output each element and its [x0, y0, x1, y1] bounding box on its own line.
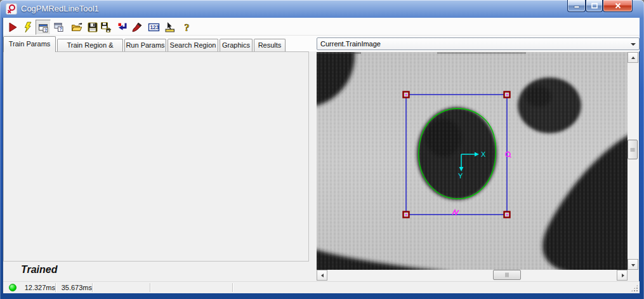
train-params-page — [3, 51, 309, 262]
combo-dropdown-icon — [631, 43, 636, 46]
pixel-ruler-button[interactable] — [162, 20, 176, 34]
image-selector-value: Current.TrainImage — [320, 38, 381, 50]
save-as-icon — [100, 22, 112, 33]
scroll-right-icon — [622, 274, 624, 277]
axis-x-label: X — [481, 150, 486, 158]
svg-text:?: ? — [44, 28, 47, 32]
window-title: CogPMRedLineTool1 — [21, 0, 99, 17]
live-run-button[interactable] — [21, 20, 35, 34]
status-separator — [232, 283, 233, 292]
show-results-button[interactable]: 123 — [147, 20, 161, 34]
image-selector-combo[interactable]: Current.TrainImage — [317, 37, 640, 50]
app-window: CogPMRedLineTool1 — [0, 0, 644, 299]
scroll-left-icon — [321, 274, 324, 277]
help-icon: ? — [181, 22, 193, 33]
status-separator — [150, 283, 150, 292]
tool-time: 12.327ms — [16, 284, 55, 291]
scroll-up-icon — [631, 56, 635, 59]
results-123-icon: 123 — [148, 22, 160, 33]
resize-grip[interactable] — [631, 285, 638, 291]
status-separator — [92, 283, 93, 292]
scroll-down-icon — [631, 264, 635, 267]
save-subtool-button[interactable] — [99, 20, 113, 34]
tab-train-params[interactable]: Train Params — [3, 36, 56, 52]
titlebar[interactable]: CogPMRedLineTool1 — [0, 0, 644, 18]
horizontal-scrollbar[interactable] — [317, 270, 628, 281]
scroll-right-button[interactable] — [617, 270, 628, 281]
lightning-icon — [22, 22, 34, 33]
svg-text:?: ? — [60, 27, 62, 31]
train-status-text: Trained — [21, 264, 58, 276]
status-separator — [55, 283, 56, 292]
save-floppy-icon — [87, 22, 98, 33]
app-icon — [6, 3, 17, 15]
axis-y-label: Y — [458, 172, 463, 180]
close-button[interactable] — [603, 0, 633, 12]
close-icon — [614, 3, 621, 9]
total-time: 35.673ms — [59, 284, 92, 291]
brush-icon — [131, 22, 143, 33]
maximize-button[interactable] — [586, 0, 603, 12]
train-image-display[interactable]: X Y — [317, 52, 628, 270]
maximize-icon — [591, 3, 598, 9]
window-params-icon: ? — [38, 22, 49, 34]
scroll-down-button[interactable] — [628, 259, 638, 270]
train-image: X Y — [317, 52, 628, 270]
svg-text:?: ? — [185, 22, 190, 33]
scroll-up-button[interactable] — [628, 52, 638, 63]
tab-train-region-origin[interactable]: Train Region & Origin — [57, 39, 123, 51]
save-file-button[interactable] — [86, 20, 100, 34]
status-bar: 12.327ms 35.673ms — [3, 281, 640, 293]
float-window-icon: ? — [53, 22, 65, 33]
horizontal-scroll-thumb[interactable] — [493, 270, 521, 280]
open-folder-icon — [71, 22, 83, 33]
edit-control-button[interactable] — [130, 20, 144, 34]
minimize-button[interactable] — [567, 0, 586, 12]
scrollbar-corner — [628, 270, 638, 281]
float-params-button[interactable]: ? — [52, 20, 66, 34]
open-file-button[interactable] — [70, 20, 84, 34]
show-current-params-button[interactable]: ? — [36, 20, 51, 35]
tab-run-params[interactable]: Run Params — [124, 39, 166, 51]
ruler-cursor-icon — [164, 22, 176, 33]
tab-results[interactable]: Results — [254, 39, 286, 51]
svg-text:123: 123 — [150, 24, 159, 30]
run-button[interactable] — [6, 20, 20, 34]
vertical-scroll-thumb[interactable] — [628, 140, 638, 159]
vertical-scrollbar[interactable] — [628, 52, 638, 270]
reset-button[interactable] — [115, 20, 129, 34]
tab-search-region[interactable]: Search Region — [168, 39, 218, 51]
tab-graphics[interactable]: Graphics — [220, 39, 253, 51]
minimize-icon — [574, 3, 580, 9]
cognex-logo-icon — [6, 4, 16, 14]
run-icon — [7, 22, 18, 33]
scroll-left-button[interactable] — [317, 270, 327, 281]
reset-arrow-icon — [117, 22, 128, 33]
help-button[interactable]: ? — [180, 20, 194, 34]
